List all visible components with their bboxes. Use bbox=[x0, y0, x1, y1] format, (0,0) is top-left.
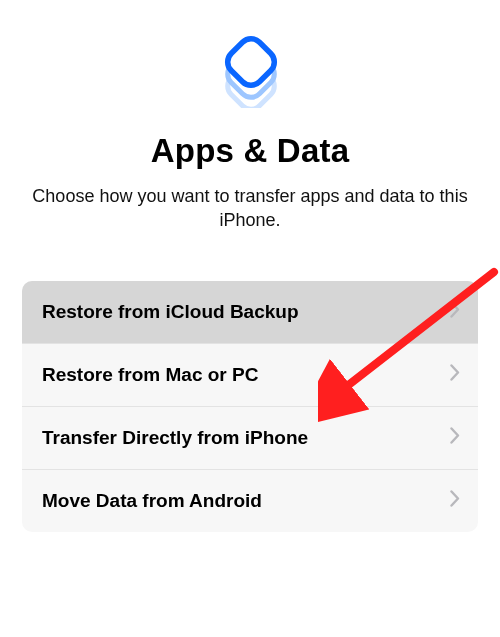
page-title: Apps & Data bbox=[151, 132, 349, 170]
chevron-right-icon bbox=[450, 427, 460, 448]
chevron-right-icon bbox=[450, 301, 460, 322]
page-subtitle: Choose how you want to transfer apps and… bbox=[0, 184, 500, 233]
option-label: Restore from Mac or PC bbox=[42, 364, 258, 386]
option-restore-icloud[interactable]: Restore from iCloud Backup bbox=[22, 281, 478, 344]
option-move-android[interactable]: Move Data from Android bbox=[22, 470, 478, 532]
option-label: Restore from iCloud Backup bbox=[42, 301, 299, 323]
chevron-right-icon bbox=[450, 364, 460, 385]
option-transfer-iphone[interactable]: Transfer Directly from iPhone bbox=[22, 407, 478, 470]
apps-data-stack-icon bbox=[210, 28, 290, 108]
option-label: Transfer Directly from iPhone bbox=[42, 427, 308, 449]
option-label: Move Data from Android bbox=[42, 490, 262, 512]
restore-options-list: Restore from iCloud Backup Restore from … bbox=[22, 281, 478, 532]
option-restore-mac-pc[interactable]: Restore from Mac or PC bbox=[22, 344, 478, 407]
chevron-right-icon bbox=[450, 490, 460, 511]
